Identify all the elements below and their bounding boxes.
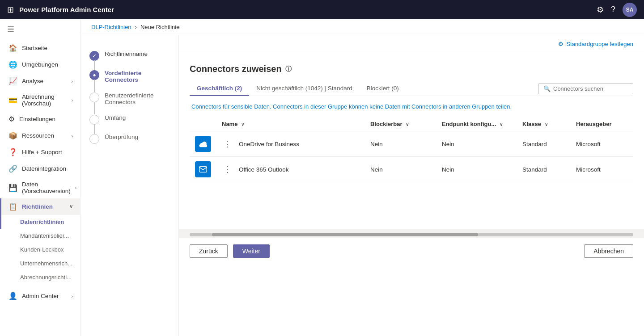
sidebar-item-richtlinien[interactable]: 📋 Richtlinien ∨ [0, 198, 80, 215]
sidebar-item-datenintegration[interactable]: 🔗 Datenintegration [0, 160, 80, 177]
chevron-icon-abrechnung: › [71, 97, 73, 103]
row-endpunkt-2: Nein [436, 157, 517, 182]
sidebar-label-datenintegration: Datenintegration [22, 165, 73, 172]
row-blockierbar-2: Nein [365, 157, 436, 182]
scroll-thumb [212, 233, 478, 236]
app-title: Power Platform Admin Center [19, 6, 591, 13]
step-label-4: Umfang [105, 114, 126, 121]
set-default-label: Standardgruppe festlegen [566, 41, 633, 47]
row-menu-button[interactable]: ⋮ [222, 139, 233, 149]
th-klasse-label: Klasse [522, 121, 541, 127]
step-label-3: Benutzerdefinierte Connectors [105, 92, 169, 105]
sidebar-sub-mandant[interactable]: Mandantenisolier... [0, 229, 80, 243]
avatar[interactable]: SA [623, 3, 637, 17]
cancel-button[interactable]: Abbrechen [584, 244, 633, 258]
row-name-cell: ⋮ OneDrive for Business [216, 131, 365, 157]
sidebar-label-admin: Admin Center [22, 293, 67, 299]
panel-title-text: Connectors zuweisen [190, 64, 282, 74]
th-endpunkt[interactable]: Endpunkt konfigu... ∨ [436, 117, 517, 131]
policy-icon: 📋 [8, 202, 17, 211]
row-name-2: Office 365 Outlook [239, 166, 289, 173]
row-menu-button-2[interactable]: ⋮ [222, 164, 233, 174]
help-icon[interactable]: ? [611, 5, 615, 14]
sidebar-label-hilfe: Hilfe + Support [22, 149, 73, 155]
step-indicator-5 [89, 134, 99, 144]
row-name-cell-2: ⋮ Office 365 Outlook [216, 157, 365, 182]
sidebar-item-einstellungen[interactable]: ⚙ Einstellungen [0, 111, 80, 127]
th-blockierbar[interactable]: Blockierbar ∨ [365, 117, 436, 131]
sidebar-item-abrechnung[interactable]: 💳 Abrechnung (Vorschau) › [0, 89, 80, 111]
onedrive-svg [198, 139, 208, 149]
wizard-sidebar: ✓ Richtlinienname ● Vordefinierte Connec… [80, 35, 179, 336]
package-icon: 📦 [8, 131, 17, 140]
row-icon-cell-2 [190, 157, 216, 182]
sort-icon-name: ∨ [241, 122, 244, 127]
tab-label-nicht-geschaeftlich: Nicht geschäftlich (1042) | Standard [256, 85, 352, 92]
wizard-step-richtlinienname[interactable]: ✓ Richtlinienname [80, 46, 178, 65]
sidebar-sub-datenrichtlinien[interactable]: Datenrichtlinien [0, 215, 80, 229]
tab-geschaeftlich[interactable]: Geschäftlich (2) [190, 81, 249, 96]
wizard-step-benutzerdefiniert[interactable]: Benutzerdefinierte Connectors [80, 88, 178, 110]
tab-label-blockiert: Blockiert (0) [367, 85, 399, 92]
sidebar-sub-lockbox[interactable]: Kunden-Lockbox [0, 243, 80, 256]
sidebar-item-analyse[interactable]: 📈 Analyse › [0, 73, 80, 89]
sidebar-item-daten[interactable]: 💾 Daten (Vorschauversion) › [0, 177, 80, 198]
breadcrumb-parent[interactable]: DLP-Richtlinien [91, 24, 131, 30]
sidebar-label-startseite: Startseite [22, 45, 73, 51]
chevron-icon-ressourcen: › [71, 133, 73, 139]
topbar: ⊞ Power Platform Admin Center ⚙ ? SA [0, 0, 644, 19]
wizard-step-ueberpruefung[interactable]: Überprüfung [80, 129, 178, 148]
search-box[interactable]: 🔍 [538, 83, 633, 94]
home-icon: 🏠 [8, 44, 17, 52]
th-name[interactable]: Name ∨ [216, 117, 365, 131]
th-klasse[interactable]: Klasse ∨ [517, 117, 571, 131]
search-input[interactable] [553, 85, 628, 92]
connector-cell-2: ⋮ Office 365 Outlook [222, 164, 360, 174]
wizard-step-vordefinierte[interactable]: ● Vordefinierte Connectors [80, 65, 178, 88]
chevron-icon-daten: › [75, 185, 77, 190]
sub-label-datenrichtlinien: Datenrichtlinien [20, 218, 64, 225]
info-text: Connectors für sensible Daten. Connector… [191, 103, 512, 110]
sidebar-label-analyse: Analyse [22, 78, 67, 84]
grid-icon[interactable]: ⊞ [7, 5, 14, 15]
sidebar-item-umgebungen[interactable]: 🌐 Umgebungen [0, 56, 80, 73]
scroll-track [190, 233, 633, 236]
tabs: Geschäftlich (2) Nicht geschäftlich (104… [190, 81, 633, 96]
set-default-button[interactable]: ⚙ Standardgruppe festlegen [558, 41, 633, 47]
sort-icon-klasse: ∨ [545, 122, 548, 127]
sub-label-unternehmens: Unternehmensrich... [20, 260, 72, 267]
sidebar-sub-unternehmens[interactable]: Unternehmensrich... [0, 256, 80, 270]
back-button[interactable]: Zurück [190, 244, 228, 258]
tab-blockiert[interactable]: Blockiert (0) [360, 81, 406, 96]
sort-icon-blockierbar: ∨ [406, 122, 409, 127]
sub-label-mandant: Mandantenisolier... [20, 232, 69, 239]
step-indicator-3 [89, 92, 99, 102]
connector-cell: ⋮ OneDrive for Business [222, 139, 360, 149]
outlook-icon [195, 161, 211, 177]
panel-header: ⚙ Standardgruppe festlegen [179, 35, 644, 53]
th-icon [190, 117, 216, 131]
settings-icon[interactable]: ⚙ [597, 5, 604, 15]
row-endpunkt: Nein [436, 131, 517, 157]
sidebar-item-hilfe[interactable]: ❓ Hilfe + Support [0, 144, 80, 160]
row-herausgeber-2: Microsoft [571, 157, 633, 182]
sidebar-item-ressourcen[interactable]: 📦 Ressourcen › [0, 127, 80, 144]
sidebar-item-admin-center[interactable]: 👤 Admin Center › [0, 288, 80, 304]
sort-icon-endpunkt: ∨ [500, 122, 503, 127]
search-icon: 🔍 [543, 85, 551, 92]
next-button[interactable]: Weiter [233, 244, 270, 258]
sidebar-sub-abrechnungsrichtl[interactable]: Abrechnungsrichtl... [0, 270, 80, 284]
main-content: DLP-Richtlinien › Neue Richtlinie ✓ Rich… [80, 19, 644, 336]
data-icon: 💾 [8, 184, 17, 192]
sidebar-toggle[interactable]: ☰ [0, 19, 80, 40]
th-blockierbar-label: Blockierbar [370, 121, 402, 127]
sidebar-item-startseite[interactable]: 🏠 Startseite [0, 40, 80, 56]
wizard-step-umfang[interactable]: Umfang [80, 110, 178, 129]
th-herausgeber: Herausgeber [571, 117, 633, 131]
th-endpunkt-label: Endpunkt konfigu... [442, 121, 496, 127]
tab-nicht-geschaeftlich[interactable]: Nicht geschäftlich (1042) | Standard [249, 81, 359, 96]
panel: ⚙ Standardgruppe festlegen Connectors zu… [179, 35, 644, 336]
step-label-2: Vordefinierte Connectors [105, 70, 169, 83]
horizontal-scrollbar[interactable] [179, 229, 644, 238]
row-klasse: Standard [517, 131, 571, 157]
